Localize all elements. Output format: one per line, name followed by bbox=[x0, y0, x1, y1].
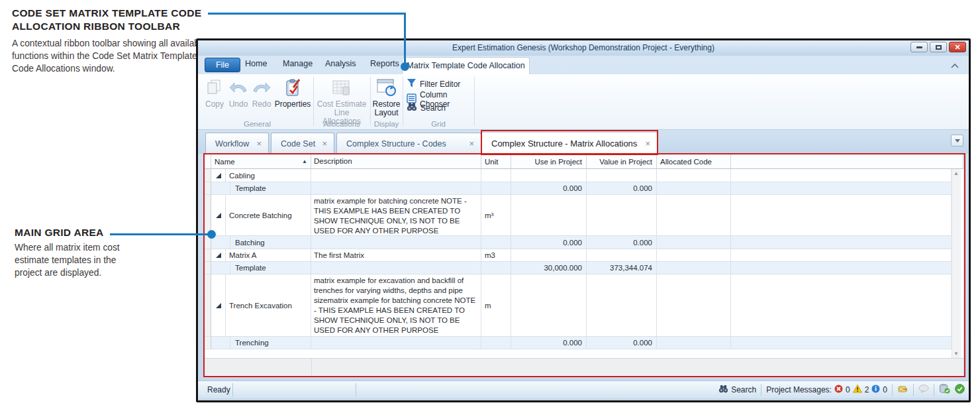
doc-tab-complex-structure-codes[interactable]: Complex Structure - Codes × bbox=[336, 133, 481, 154]
ribbon-collapse-chevron-icon[interactable] bbox=[950, 61, 959, 73]
tab-matrix-template-code-allocation[interactable]: Matrix Template Code Allocation bbox=[402, 57, 530, 74]
cell-value-in-project[interactable]: 0.000 bbox=[587, 337, 657, 349]
cell-description[interactable] bbox=[311, 182, 481, 195]
cell-name[interactable]: Matrix A bbox=[226, 249, 311, 262]
column-header-name[interactable]: Name ▲ bbox=[211, 154, 311, 169]
collapse-expander-icon[interactable] bbox=[216, 173, 221, 178]
doc-tab-workflow[interactable]: Workflow × bbox=[205, 133, 269, 154]
cell-name[interactable]: Template bbox=[230, 182, 311, 195]
cell-unit[interactable] bbox=[481, 169, 511, 182]
cell-name[interactable]: Cabling bbox=[226, 169, 311, 182]
cell-use-in-project[interactable]: 30,000.000 bbox=[511, 262, 587, 274]
table-row[interactable]: Cabling bbox=[205, 169, 952, 182]
collapse-expander-icon[interactable] bbox=[216, 303, 221, 308]
database-sync-icon[interactable] bbox=[939, 384, 950, 396]
tab-close-icon[interactable]: × bbox=[315, 139, 334, 148]
column-header-use-in-project[interactable]: Use in Project bbox=[511, 154, 587, 169]
project-messages[interactable]: Project Messages: 0 2 0 bbox=[766, 384, 887, 395]
cell-value-in-project[interactable] bbox=[587, 274, 657, 337]
cell-description[interactable] bbox=[311, 262, 481, 274]
column-header-unit[interactable]: Unit bbox=[481, 154, 511, 169]
expander-cell[interactable] bbox=[211, 169, 226, 182]
cell-name[interactable]: Trench Excavation bbox=[226, 274, 311, 337]
cell-allocated-code[interactable] bbox=[657, 195, 731, 236]
cell-use-in-project[interactable] bbox=[511, 274, 587, 337]
table-row[interactable]: Batching 0.000 0.000 bbox=[205, 236, 952, 249]
cell-unit[interactable] bbox=[481, 182, 511, 195]
row-indicator[interactable] bbox=[205, 249, 211, 262]
copy-button[interactable]: Copy bbox=[203, 76, 226, 109]
doc-tab-complex-structure-matrix-allocations[interactable]: Complex Structure - Matrix Allocations × bbox=[481, 132, 658, 154]
tab-list-dropdown-button[interactable] bbox=[951, 135, 963, 147]
tab-close-icon[interactable]: × bbox=[638, 139, 657, 148]
collapse-expander-icon[interactable] bbox=[216, 213, 221, 218]
column-header-allocated-code[interactable]: Allocated Code bbox=[657, 154, 731, 169]
cell-name[interactable]: Template bbox=[230, 262, 311, 274]
cell-value-in-project[interactable]: 0.000 bbox=[587, 182, 657, 195]
cell-unit[interactable]: m3 bbox=[481, 249, 511, 262]
cell-use-in-project[interactable] bbox=[511, 249, 587, 262]
table-row[interactable]: Template 0.000 0.000 bbox=[205, 182, 952, 195]
close-button[interactable]: ✕ bbox=[949, 42, 966, 52]
row-indicator[interactable] bbox=[205, 182, 211, 195]
column-header-value-in-project[interactable]: Value in Project bbox=[587, 154, 657, 169]
cell-unit[interactable]: m bbox=[481, 274, 511, 337]
cell-use-in-project[interactable] bbox=[511, 195, 587, 236]
cell-use-in-project[interactable]: 0.000 bbox=[511, 182, 587, 195]
doc-tab-code-set[interactable]: Code Set × bbox=[271, 133, 334, 154]
tab-close-icon[interactable]: × bbox=[250, 139, 268, 148]
row-indicator[interactable] bbox=[205, 262, 211, 274]
cell-value-in-project[interactable]: 0.000 bbox=[587, 236, 657, 249]
tab-manage[interactable]: Manage bbox=[283, 59, 313, 68]
tab-reports[interactable]: Reports bbox=[370, 59, 399, 68]
cell-unit[interactable] bbox=[481, 262, 511, 274]
cell-allocated-code[interactable] bbox=[657, 182, 731, 195]
cell-name[interactable]: Trenching bbox=[230, 337, 311, 349]
table-row[interactable]: Template 30,000.000 373,344.074 bbox=[205, 262, 952, 274]
row-indicator[interactable] bbox=[205, 169, 211, 182]
cell-allocated-code[interactable] bbox=[657, 249, 731, 262]
cell-value-in-project[interactable] bbox=[587, 249, 657, 262]
cell-description[interactable] bbox=[311, 169, 481, 182]
restore-button[interactable] bbox=[930, 42, 947, 52]
expander-cell[interactable] bbox=[211, 274, 226, 337]
cell-allocated-code[interactable] bbox=[657, 274, 731, 337]
cell-allocated-code[interactable] bbox=[657, 262, 731, 274]
tab-close-icon[interactable]: × bbox=[462, 139, 481, 148]
cell-description[interactable]: matrix example for batching concrete NOT… bbox=[311, 195, 481, 236]
cell-description[interactable] bbox=[311, 236, 481, 249]
cell-unit[interactable] bbox=[481, 236, 511, 249]
table-row[interactable]: Concrete Batching matrix example for bat… bbox=[205, 195, 952, 236]
minimize-button[interactable] bbox=[910, 42, 928, 52]
cell-use-in-project[interactable]: 0.000 bbox=[511, 236, 587, 249]
row-indicator[interactable] bbox=[205, 337, 211, 349]
vertical-scrollbar[interactable]: ▲ ▼ bbox=[952, 169, 961, 358]
cell-value-in-project[interactable] bbox=[587, 169, 657, 182]
scroll-up-icon[interactable]: ▲ bbox=[954, 170, 959, 176]
success-check-icon[interactable] bbox=[955, 384, 965, 396]
cell-allocated-code[interactable] bbox=[657, 169, 731, 182]
cell-allocated-code[interactable] bbox=[657, 337, 731, 349]
expander-cell[interactable] bbox=[211, 249, 226, 262]
cell-value-in-project[interactable] bbox=[587, 195, 657, 236]
row-indicator[interactable] bbox=[205, 274, 211, 337]
cell-description[interactable]: The first Matrix bbox=[311, 249, 481, 262]
filter-editor-button[interactable]: Filter Editor bbox=[407, 78, 460, 90]
comments-icon[interactable] bbox=[918, 384, 929, 395]
permissions-key-icon[interactable] bbox=[897, 384, 908, 396]
cell-name[interactable]: Concrete Batching bbox=[226, 195, 311, 236]
tab-analysis[interactable]: Analysis bbox=[325, 59, 356, 68]
cell-description[interactable] bbox=[311, 337, 481, 349]
cell-unit[interactable]: m³ bbox=[481, 195, 511, 236]
column-header-description[interactable]: Description bbox=[311, 154, 481, 169]
tab-home[interactable]: Home bbox=[245, 59, 267, 68]
properties-button[interactable]: Properties bbox=[273, 76, 312, 109]
cell-unit[interactable] bbox=[481, 337, 511, 349]
redo-button[interactable]: Redo bbox=[250, 76, 273, 109]
cost-estimate-line-allocations-button[interactable]: Cost Estimate Line Allocations bbox=[315, 76, 368, 126]
undo-button[interactable]: Undo bbox=[226, 76, 250, 109]
tab-file[interactable]: File bbox=[205, 58, 240, 72]
table-row[interactable]: Trenching 0.000 0.000 bbox=[205, 337, 952, 349]
table-row[interactable]: Trench Excavation matrix example for exc… bbox=[205, 274, 952, 337]
cell-use-in-project[interactable]: 0.000 bbox=[511, 337, 587, 349]
